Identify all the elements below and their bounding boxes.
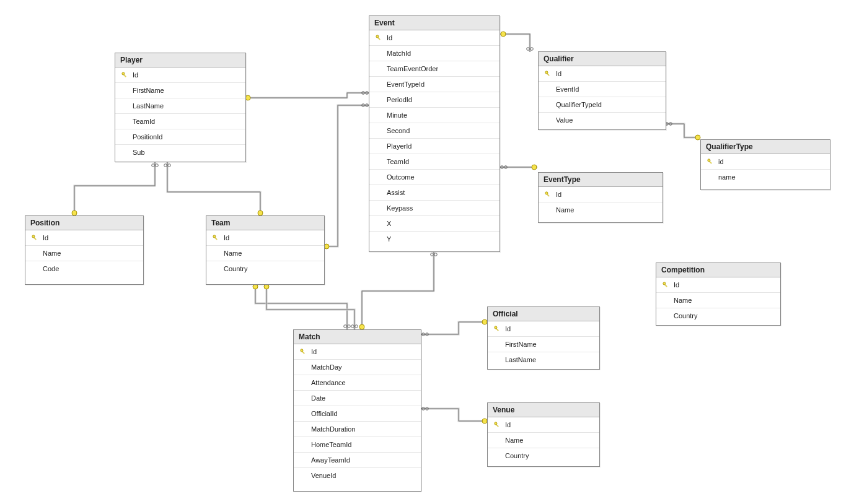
column-row[interactable]: Id	[115, 67, 245, 83]
column-name: LastName	[130, 102, 164, 110]
column-row[interactable]: Date	[294, 391, 421, 406]
column-row[interactable]: Id	[25, 230, 143, 246]
column-row[interactable]: PositionId	[115, 129, 245, 145]
column-row[interactable]: Id	[539, 187, 663, 202]
column-name: Minute	[384, 111, 407, 119]
entity-competition[interactable]: Competition IdNameCountry	[656, 263, 781, 326]
column-row[interactable]: PlayerId	[369, 139, 500, 154]
column-name: HomeTeamId	[309, 441, 351, 448]
entity-match-rows: IdMatchDayAttendanceDateOfficialIdMatchD…	[294, 344, 421, 483]
column-row[interactable]: Outcome	[369, 170, 500, 185]
column-row[interactable]: MatchDuration	[294, 422, 421, 437]
primary-key-icon	[545, 71, 551, 77]
column-row[interactable]: FirstName	[115, 83, 245, 98]
primary-key-icon	[545, 191, 551, 198]
column-name: MatchId	[384, 50, 411, 57]
column-row[interactable]: Name	[488, 433, 599, 448]
column-row[interactable]: VenueId	[294, 468, 421, 483]
primary-key-cell	[491, 326, 503, 332]
column-row[interactable]: Country	[206, 261, 324, 276]
entity-team-rows: IdNameCountry	[206, 230, 324, 276]
entity-title: Qualifier	[539, 52, 666, 66]
primary-key-icon	[213, 235, 219, 241]
column-row[interactable]: Id	[206, 230, 324, 246]
column-row[interactable]: TeamId	[115, 114, 245, 129]
column-row[interactable]: Keypass	[369, 201, 500, 216]
column-row[interactable]: X	[369, 216, 500, 232]
column-row[interactable]: EventTypeId	[369, 77, 500, 92]
column-name: LastName	[503, 356, 536, 363]
entity-qualifiertype[interactable]: QualifierType idname	[700, 139, 830, 190]
column-row[interactable]: TeamId	[369, 154, 500, 170]
svg-rect-8	[547, 73, 549, 76]
column-row[interactable]: Country	[488, 448, 599, 463]
column-row[interactable]: HomeTeamId	[294, 437, 421, 453]
column-row[interactable]: MatchId	[369, 46, 500, 61]
column-row[interactable]: Country	[656, 308, 780, 323]
entity-position[interactable]: Position IdNameCode	[25, 215, 144, 285]
svg-rect-16	[214, 237, 217, 240]
entity-qualifier[interactable]: Qualifier IdEventIdQualifierTypeIdValue	[538, 51, 666, 130]
svg-rect-22	[496, 328, 498, 331]
column-row[interactable]: Name	[25, 246, 143, 261]
entity-team[interactable]: Team IdNameCountry	[206, 215, 325, 285]
entity-venue[interactable]: Venue IdNameCountry	[487, 402, 600, 467]
column-row[interactable]: Id	[488, 417, 599, 433]
column-name: FirstName	[503, 341, 537, 348]
column-name: TeamId	[384, 158, 409, 165]
column-row[interactable]: TeamEventOrder	[369, 61, 500, 77]
column-row[interactable]: PeriodId	[369, 92, 500, 108]
column-row[interactable]: Attendance	[294, 375, 421, 391]
column-row[interactable]: MatchDay	[294, 360, 421, 375]
entity-title: Event	[369, 16, 500, 30]
entity-eventtype-rows: IdName	[539, 187, 663, 217]
column-row[interactable]: AwayTeamId	[294, 453, 421, 468]
column-row[interactable]: Id	[539, 66, 666, 82]
column-row[interactable]: Second	[369, 123, 500, 139]
column-row[interactable]: Y	[369, 232, 500, 246]
column-name: id	[716, 158, 724, 165]
primary-key-cell	[210, 235, 221, 241]
column-row[interactable]: Id	[369, 30, 500, 46]
column-name: Date	[309, 394, 325, 402]
column-row[interactable]: Id	[488, 321, 599, 337]
svg-rect-4	[123, 74, 126, 77]
column-row[interactable]: Sub	[115, 145, 245, 160]
entity-player-rows: IdFirstNameLastNameTeamIdPositionIdSub	[115, 67, 245, 160]
entity-title: QualifierType	[701, 140, 830, 154]
column-name: Sub	[130, 149, 145, 156]
svg-rect-24	[496, 424, 498, 427]
column-name: Country	[671, 312, 698, 319]
entity-venue-rows: IdNameCountry	[488, 417, 599, 463]
column-row[interactable]: Value	[539, 113, 666, 128]
column-name: TeamEventOrder	[384, 65, 438, 72]
entity-official[interactable]: Official IdFirstNameLastName	[487, 306, 600, 370]
column-row[interactable]: name	[701, 170, 830, 185]
column-row[interactable]: Code	[25, 261, 143, 276]
column-row[interactable]: Assist	[369, 185, 500, 201]
entity-match[interactable]: Match IdMatchDayAttendanceDateOfficialId…	[293, 329, 421, 492]
column-row[interactable]: Name	[539, 202, 663, 217]
column-row[interactable]: id	[701, 154, 830, 170]
column-row[interactable]: LastName	[115, 98, 245, 114]
svg-rect-6	[377, 37, 380, 40]
column-name: AwayTeamId	[309, 456, 350, 464]
column-row[interactable]: Id	[656, 277, 780, 293]
column-row[interactable]: Minute	[369, 108, 500, 123]
column-name: X	[384, 220, 391, 227]
entity-eventtype[interactable]: EventType IdName	[538, 172, 663, 223]
column-row[interactable]: Name	[206, 246, 324, 261]
column-row[interactable]: FirstName	[488, 337, 599, 352]
column-row[interactable]: Name	[656, 293, 780, 308]
column-row[interactable]: LastName	[488, 352, 599, 367]
primary-key-icon	[300, 349, 306, 355]
column-row[interactable]: QualifierTypeId	[539, 97, 666, 113]
column-name: Id	[221, 234, 229, 241]
column-row[interactable]: OfficialId	[294, 406, 421, 422]
column-row[interactable]: Id	[294, 344, 421, 360]
entity-player[interactable]: Player IdFirstNameLastNameTeamIdPosition…	[115, 53, 246, 162]
primary-key-icon	[663, 282, 669, 288]
entity-event[interactable]: Event IdMatchIdTeamEventOrderEventTypeId…	[369, 15, 500, 252]
column-name: Second	[384, 127, 410, 134]
column-row[interactable]: EventId	[539, 82, 666, 97]
